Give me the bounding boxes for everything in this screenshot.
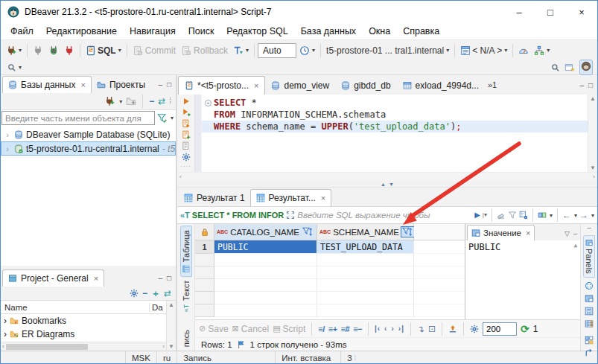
value-panel-body[interactable]: PUBLIC ▲: [465, 240, 580, 319]
next-row-icon[interactable]: ›: [391, 325, 394, 333]
references-panel-icon[interactable]: [585, 348, 594, 357]
menu-навигация[interactable]: Навигация: [130, 26, 176, 36]
scroll-up-icon[interactable]: ▲: [590, 95, 596, 102]
sql-editor-button[interactable]: SQL▾: [83, 44, 124, 57]
new-connection-icon[interactable]: [104, 96, 115, 106]
presentation-tab-grid[interactable]: Таблица: [180, 226, 192, 277]
fetch-size-input[interactable]: [483, 322, 517, 336]
timezone-indicator[interactable]: MSK: [126, 351, 157, 364]
scroll-right-icon[interactable]: ›: [593, 173, 595, 180]
maximize-panel-icon[interactable]: □: [167, 274, 171, 282]
project-vscrollbar[interactable]: ▲▼: [166, 301, 176, 351]
commit-mode-combo[interactable]: Auto: [258, 43, 296, 58]
export-data-icon[interactable]: [448, 325, 457, 333]
minimize-panel-icon[interactable]: –: [158, 80, 162, 89]
cell-schema-name[interactable]: TEST_UPLOAD_DATA: [317, 240, 414, 254]
expand-icon[interactable]: ＋: [151, 289, 160, 298]
databases-tab-close-icon[interactable]: ×: [80, 80, 85, 89]
history-caret[interactable]: ▾: [312, 47, 315, 54]
refresh-icon[interactable]: ⟳: [521, 323, 529, 335]
filter-caret[interactable]: ▾: [171, 115, 174, 121]
empty-cell[interactable]: [214, 304, 317, 317]
minimize-button[interactable]: –: [503, 1, 535, 23]
reconnect-button[interactable]: [46, 44, 61, 57]
value-scrollbar[interactable]: ▲: [571, 242, 580, 319]
schema-selector[interactable]: < N/A >▾: [458, 44, 509, 57]
empty-row[interactable]: [195, 292, 465, 304]
dashboard-button[interactable]: [516, 44, 531, 57]
editor-hscrollbar[interactable]: ‹›: [177, 172, 597, 181]
value-view-icon[interactable]: [585, 294, 594, 303]
editor-settings-icon[interactable]: [182, 153, 191, 162]
empty-cell[interactable]: [317, 266, 414, 279]
value-minimize-icon[interactable]: –: [573, 230, 577, 237]
tree-item-dbeaver-sample-database-sqlite[interactable]: ›DBeaver Sample Database (SQLite): [1, 127, 176, 141]
gear-icon[interactable]: [130, 289, 139, 298]
grid-settings-icon[interactable]: [470, 325, 479, 333]
aggregate-panel-icon[interactable]: [585, 319, 594, 328]
empty-row[interactable]: [195, 266, 465, 279]
filters-menu-icon[interactable]: [508, 211, 517, 220]
quick-search-button[interactable]: ▾: [5, 62, 24, 74]
grouping-panel-icon[interactable]: [585, 336, 594, 345]
presentation-tab-text[interactable]: «TТекст: [181, 277, 191, 316]
value-panel-close-icon[interactable]: ×: [526, 229, 530, 237]
menu-база-данных[interactable]: База данных: [301, 26, 356, 36]
calc-panel-icon[interactable]: [585, 307, 594, 316]
connection-caret[interactable]: ▾: [446, 47, 449, 54]
scroll-left-icon[interactable]: ‹: [179, 173, 182, 180]
project-item-bookmarks[interactable]: ›Bookmarks: [1, 314, 166, 328]
rollback-button[interactable]: Rollback: [179, 44, 230, 57]
sash-down-icon[interactable]: ▼: [389, 182, 394, 187]
project-tab-close-icon[interactable]: ×: [94, 274, 98, 283]
fetch-page-icon[interactable]: ↴: [417, 325, 424, 333]
project-item-er-diagrams[interactable]: ›ER Diagrams: [1, 328, 166, 341]
code-line-2[interactable]: FROM INFORMATION_SCHEMA.schemata: [202, 109, 588, 121]
cell-catalog-name[interactable]: PUBLIC: [214, 240, 317, 254]
new-connection-caret[interactable]: ▾: [19, 47, 22, 54]
new-connection-caret[interactable]: ▾: [119, 98, 122, 105]
empty-cell[interactable]: [214, 279, 317, 292]
topology-caret[interactable]: ▾: [547, 47, 550, 54]
cancel-button[interactable]: ⊠Cancel: [232, 324, 270, 334]
scroll-up-icon[interactable]: ▲: [168, 301, 174, 308]
scroll-down-icon[interactable]: ▼: [590, 165, 596, 171]
edit-cell-icon[interactable]: ≡/: [318, 325, 324, 333]
prev-row-icon[interactable]: ‹: [384, 325, 387, 333]
empty-cell[interactable]: [317, 254, 414, 266]
table-row[interactable]: 1PUBLICTEST_UPLOAD_DATA: [195, 240, 465, 254]
filter-history-caret[interactable]: |▾: [483, 212, 487, 218]
new-connection-button[interactable]: ▾: [4, 44, 24, 57]
tab-databases[interactable]: Базы данных ×: [2, 76, 92, 93]
result-filter-input[interactable]: [297, 211, 472, 220]
minimize-panel-icon[interactable]: –: [579, 81, 584, 89]
editor-vscrollbar[interactable]: ▲▼: [588, 95, 597, 172]
panels-tab[interactable]: Panels: [583, 235, 595, 278]
value-panel-tab[interactable]: Значение ×: [467, 225, 535, 240]
presentation-tab-record[interactable]: пись: [181, 326, 191, 351]
dbeaver-perspective-button[interactable]: [579, 60, 593, 75]
scroll-left-icon[interactable]: ‹: [2, 343, 4, 350]
fold-collapse-icon[interactable]: [205, 100, 211, 106]
view-menu-icon[interactable]: ⁞: [169, 98, 171, 105]
row-number[interactable]: 1: [195, 240, 214, 254]
collapse-icon[interactable]: −: [142, 289, 147, 298]
menu-окна[interactable]: Окна: [369, 26, 390, 36]
add-row-icon[interactable]: ≡+: [328, 325, 337, 333]
empty-cell[interactable]: [317, 304, 414, 317]
editor-tab-demo-view[interactable]: demo_view: [265, 76, 335, 95]
tab-overflow[interactable]: »1: [488, 80, 497, 89]
execute-script-new-icon[interactable]: [182, 130, 191, 139]
empty-cell[interactable]: [317, 292, 414, 304]
chevron-right-icon[interactable]: ›: [4, 144, 11, 153]
first-row-icon[interactable]: |‹: [375, 325, 381, 333]
tab-projects[interactable]: Проекты: [92, 76, 150, 93]
link-with-editor-icon[interactable]: ⇄: [164, 289, 171, 298]
column-header-schema-name[interactable]: ABCSCHEMA_NAME: [317, 224, 414, 240]
close-button[interactable]: ×: [566, 1, 597, 23]
last-row-icon[interactable]: ›|: [398, 325, 404, 333]
nav-back-caret[interactable]: ▾: [574, 212, 577, 219]
disconnect-button[interactable]: [62, 44, 77, 57]
result2-close-icon[interactable]: ×: [321, 194, 325, 202]
maximize-panel-icon[interactable]: □: [588, 81, 593, 89]
